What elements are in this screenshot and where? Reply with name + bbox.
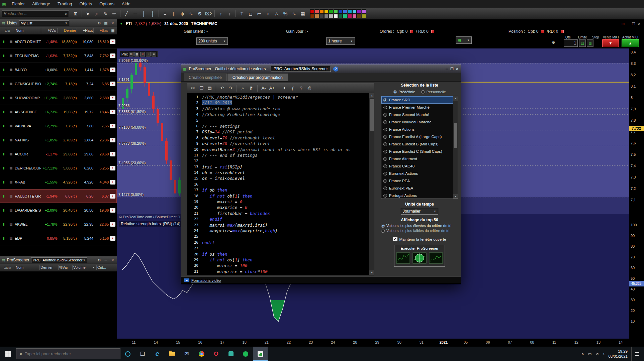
spotify-button[interactable]: [238, 347, 253, 361]
channel-icon[interactable]: ∥: [170, 10, 178, 18]
popout-icon[interactable]: ⊞: [622, 22, 625, 26]
watchlist-settings-icon[interactable]: ⚙: [97, 21, 102, 25]
fibonacci-icon[interactable]: ≡: [161, 10, 169, 18]
market-list-item[interactable]: France Nouveau Marché: [381, 118, 453, 126]
palette-color-swatch[interactable]: [334, 14, 338, 18]
chart-close-icon[interactable]: ✕: [638, 22, 641, 26]
watchlist-row[interactable]: ▮▦X-FAB+1,55%4,920(c)4,9204,840➤: [0, 175, 117, 189]
market-list-item[interactable]: Portugal Actions: [381, 192, 453, 199]
redo-icon[interactable]: ↷: [227, 85, 234, 92]
help-icon[interactable]: ?: [333, 67, 338, 72]
palette-color-swatch[interactable]: [348, 14, 352, 18]
task-view-button[interactable]: ❏: [135, 347, 150, 361]
watchlist-select[interactable]: My List▼: [19, 20, 69, 26]
order-button[interactable]: ➤: [109, 165, 117, 170]
pen-icon[interactable]: ✎: [101, 10, 109, 18]
order-button[interactable]: ➤: [109, 53, 117, 58]
palette-color-swatch[interactable]: [343, 14, 347, 18]
watchlist-row[interactable]: ▮▦SHOWROOMP...+11,28%2,860(c)2,8602,580➤: [0, 91, 117, 105]
market-list-item[interactable]: France PEA: [381, 177, 453, 185]
screener-column-0[interactable]: Nom: [15, 265, 39, 270]
instrument-symbol[interactable]: FTI: [126, 21, 132, 26]
timeframe-select[interactable]: 1 heure▼: [326, 37, 355, 45]
market-list-item[interactable]: France Alternext: [381, 155, 453, 162]
function-icon[interactable]: ƒ: [289, 85, 296, 92]
palette-color-swatch[interactable]: [315, 14, 319, 18]
code-line[interactable]: if os then: [202, 251, 369, 257]
palette-color-swatch[interactable]: [352, 9, 357, 14]
opera-button[interactable]: O: [209, 347, 223, 361]
watchlist-row[interactable]: ▮▦GENSIGHT BIO...+2,74%7,13(c)7,246,85➤: [0, 77, 117, 91]
palette-color-swatch[interactable]: [334, 9, 338, 14]
menu-item-trading[interactable]: Trading: [54, 0, 76, 8]
code-line[interactable]: if not os[1] then: [202, 257, 369, 263]
list-scrollbar-thumb[interactable]: [454, 123, 457, 148]
code-line[interactable]: //11.09.2019: [202, 100, 369, 106]
order-button[interactable]: ➤: [109, 81, 117, 86]
market-list-item[interactable]: France Actions: [381, 126, 453, 133]
screener-select[interactable]: PRC_AnotherRSIdiv-Screener▼: [31, 257, 87, 263]
column-header-1[interactable]: %Var: [41, 28, 58, 33]
top50-lowest-radio[interactable]: Valeurs les plus faibles du critère de t…: [381, 229, 458, 233]
watchlist-row[interactable]: ▮▦ARCELORMITT...-1,48%18,880(c)19,08018,…: [0, 35, 117, 49]
menu-item-fichier[interactable]: Fichier: [8, 0, 28, 8]
order-button[interactable]: ➤: [109, 137, 117, 142]
market-list-item[interactable]: France SRD: [381, 96, 453, 104]
watchlist-row[interactable]: ▮▦VALNEVA+2,79%7,75(c)7,807,55➤: [0, 119, 117, 133]
find-icon[interactable]: ⌕: [239, 85, 247, 92]
screener-column-3[interactable]: Volume: [72, 265, 91, 270]
code-line[interactable]: [202, 245, 369, 251]
sell-market-button[interactable]: ▼: [602, 39, 619, 47]
dialog-minimize-icon[interactable]: ─: [446, 67, 448, 71]
screener-column-4[interactable]: Crit...: [96, 265, 117, 270]
chrome-button[interactable]: [194, 347, 209, 361]
arrow-down-icon[interactable]: ↓: [225, 10, 234, 18]
code-line[interactable]: minrsi = 100: [202, 263, 369, 268]
watchlist-row[interactable]: ▮▦DERICHEBOURG+17,13%5,880(c)6,2005,255➤: [0, 161, 117, 175]
order-button[interactable]: ➤: [109, 151, 117, 156]
code-line[interactable]: // --- end of settings: [202, 152, 369, 158]
column-header-4[interactable]: +Bas: [93, 28, 109, 33]
code-line[interactable]: [202, 118, 369, 123]
palette-color-swatch[interactable]: [362, 9, 366, 14]
code-line[interactable]: os = irsi<osLevel: [202, 175, 369, 181]
hint-icon[interactable]: ✦: [281, 85, 288, 92]
code-line[interactable]: endif: [202, 216, 369, 222]
cursor-icon[interactable]: ➤: [84, 10, 92, 18]
menu-item-objets[interactable]: Objets: [76, 0, 96, 8]
order-button[interactable]: ➤: [109, 109, 117, 114]
arrow-up-icon[interactable]: ↑: [217, 10, 225, 18]
list-scroll-up-icon[interactable]: ▲: [453, 96, 458, 101]
watchlist-row[interactable]: ▮▦TECHNIPFMC-1,63%7,732(c)7,8487,732➤: [0, 49, 117, 63]
order-button[interactable]: ➤: [109, 67, 117, 72]
palette-color-swatch[interactable]: [324, 14, 329, 18]
watchlist-row[interactable]: ▮▦ACCOR-1,17%29,60(c)29,8629,60➤: [0, 147, 117, 161]
hline-icon[interactable]: ─: [131, 10, 139, 18]
code-line[interactable]: RSIp=14 //RSI period: [202, 129, 369, 135]
code-line[interactable]: //Sharing ProRealTime knowledge: [202, 112, 369, 117]
ordres-cpt-icon[interactable]: [410, 30, 413, 33]
menu-item-aide[interactable]: Aide: [118, 0, 134, 8]
paste-icon[interactable]: ▤: [206, 85, 213, 92]
taskbar-search-input[interactable]: [25, 352, 117, 356]
rectangle-icon[interactable]: ▭: [255, 10, 263, 18]
market-list-item[interactable]: France Premier Marché: [381, 104, 453, 111]
code-line[interactable]: [202, 158, 369, 164]
copy-icon[interactable]: ❐: [198, 85, 205, 92]
prix-grid-icon[interactable]: ▦: [134, 52, 139, 56]
explorer-button[interactable]: [165, 347, 179, 361]
column-header-3[interactable]: +Haut: [77, 28, 93, 33]
market-list-item[interactable]: France Eurolist B (Mid Caps): [381, 140, 453, 148]
market-list-item[interactable]: France Eurolist C (Small Caps): [381, 148, 453, 155]
watchlist-row[interactable]: ▮▦LAGARDERE S...+2,09%20,48(c)20,5019,86…: [0, 203, 117, 217]
taskbar-search[interactable]: ⌕: [16, 348, 120, 359]
chart-maximize-icon[interactable]: ❐: [632, 22, 635, 26]
code-scrollbar[interactable]: ▲ ▼: [369, 93, 374, 275]
watchlist-row[interactable]: ▮▦AKWEL+1,78%22,90(c)22,9522,65➤: [0, 217, 117, 231]
menu-item-affichage[interactable]: Affichage: [28, 0, 54, 8]
watchlist-row[interactable]: ▮▦NATIXIS+1,05%2,789(c)2,8042,736➤: [0, 133, 117, 147]
mail-button[interactable]: ✉: [179, 347, 194, 361]
replace-icon[interactable]: ⁋: [248, 85, 255, 92]
editor-help-icon[interactable]: ?: [297, 85, 305, 92]
tools-icon[interactable]: ⚙: [196, 10, 204, 18]
